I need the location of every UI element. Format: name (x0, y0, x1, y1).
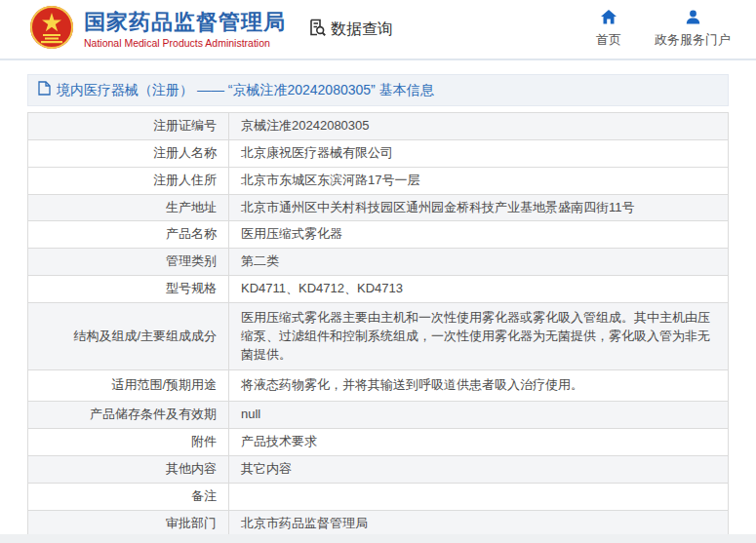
table-row: 附件 产品技术要求 (28, 429, 729, 456)
file-icon (38, 81, 57, 99)
table-row: 审批部门 北京市药品监督管理局 (28, 510, 729, 537)
row-label: 注册证编号 (28, 113, 229, 140)
row-value: 产品技术要求 (229, 429, 729, 456)
row-value: 医用压缩式雾化器主要由主机和一次性使用雾化器或雾化吸入管组成。其中主机由压缩泵、… (229, 302, 729, 370)
table-row: 产品储存条件及有效期 null (28, 402, 729, 429)
row-value: 北京市通州区中关村科技园区通州园金桥科技产业基地景盛南四街11号 (229, 194, 729, 221)
footer-strip (0, 534, 756, 543)
page-title-bar: 境内医疗器械（注册） —— “京械注准20242080305” 基本信息 (27, 74, 729, 106)
row-value: KD4711、KD4712、KD4713 (229, 276, 729, 303)
row-label: 其他内容 (28, 455, 229, 483)
row-label: 备注 (28, 483, 229, 510)
row-label: 结构及组成/主要组成成分 (28, 302, 229, 370)
main-content: 境内医疗器械（注册） —— “京械注准20242080305” 基本信息 注册证… (27, 74, 729, 543)
row-value: 医用压缩式雾化器 (229, 221, 729, 249)
table-row: 结构及组成/主要组成成分 医用压缩式雾化器主要由主机和一次性使用雾化器或雾化吸入… (28, 302, 729, 370)
row-label: 产品名称 (28, 221, 229, 249)
row-value: 京械注准20242080305 (229, 113, 729, 140)
row-value: 北京市药品监督管理局 (229, 510, 729, 537)
agency-logo: 国家药品监督管理局 National Medical Products Admi… (29, 5, 286, 54)
header: 国家药品监督管理局 National Medical Products Admi… (0, 0, 756, 60)
page-title: 境内医疗器械（注册） —— “京械注准20242080305” 基本信息 (57, 82, 434, 99)
agency-name-en: National Medical Products Administration (84, 37, 286, 49)
home-icon (601, 10, 617, 31)
row-value (229, 483, 729, 510)
table-row: 适用范围/预期用途 将液态药物雾化，并将其输送到呼吸道供患者吸入治疗使用。 (28, 370, 729, 402)
nav-gov-service-portal-label: 政务服务门户 (655, 31, 731, 49)
table-row: 注册人住所 北京市东城区东滨河路17号一层 (28, 167, 729, 194)
table-row: 注册证编号 京械注准20242080305 (28, 113, 729, 140)
row-label: 注册人住所 (28, 167, 229, 194)
data-query-nav[interactable]: 数据查询 (307, 18, 393, 41)
row-label: 管理类别 (28, 249, 229, 276)
registration-detail-table: 注册证编号 京械注准20242080305 注册人名称 北京康祝医疗器械有限公司… (27, 112, 729, 543)
row-label: 审批部门 (28, 510, 229, 537)
table-row: 型号规格 KD4711、KD4712、KD4713 (28, 276, 729, 303)
table-row: 备注 (28, 483, 729, 510)
row-label: 附件 (28, 429, 229, 456)
row-value: 第二类 (229, 249, 729, 276)
table-row: 产品名称 医用压缩式雾化器 (28, 221, 729, 249)
row-label: 型号规格 (28, 276, 229, 303)
row-value: 北京康祝医疗器械有限公司 (229, 139, 729, 167)
row-label: 产品储存条件及有效期 (28, 402, 229, 429)
agency-name-cn: 国家药品监督管理局 (84, 10, 286, 34)
table-row: 管理类别 第二类 (28, 249, 729, 276)
nav-home-label: 首页 (596, 31, 621, 49)
nav-gov-service-portal[interactable]: 政务服务门户 (655, 10, 731, 49)
table-row: 生产地址 北京市通州区中关村科技园区通州园金桥科技产业基地景盛南四街11号 (28, 194, 729, 221)
table-row: 注册人名称 北京康祝医疗器械有限公司 (28, 139, 729, 167)
row-label: 适用范围/预期用途 (28, 370, 229, 402)
data-query-label: 数据查询 (331, 19, 393, 40)
row-value: null (229, 402, 729, 429)
user-icon (686, 10, 700, 31)
header-nav: 首页 政务服务门户 (596, 10, 738, 49)
national-emblem-icon (29, 5, 74, 54)
nav-home[interactable]: 首页 (596, 10, 621, 49)
table-row: 其他内容 其它内容 (28, 455, 729, 483)
row-label: 生产地址 (28, 194, 229, 221)
row-value: 将液态药物雾化，并将其输送到呼吸道供患者吸入治疗使用。 (229, 370, 729, 402)
row-value: 北京市东城区东滨河路17号一层 (229, 167, 729, 194)
row-value: 其它内容 (229, 455, 729, 483)
row-label: 注册人名称 (28, 139, 229, 167)
document-search-icon (307, 18, 331, 41)
